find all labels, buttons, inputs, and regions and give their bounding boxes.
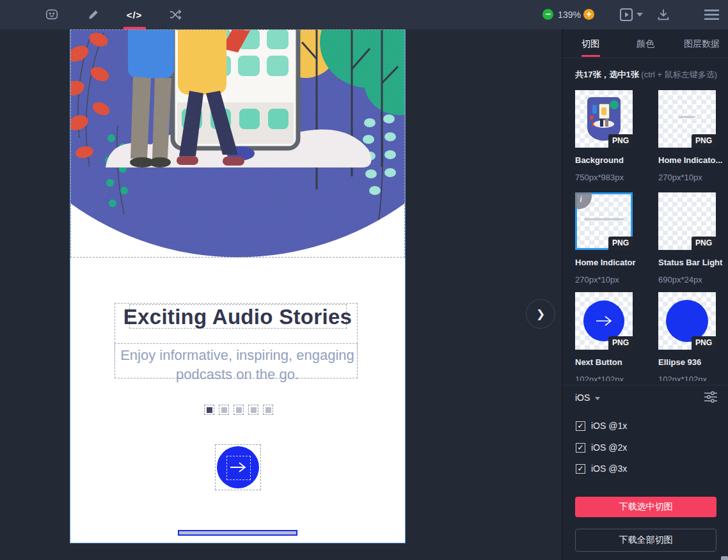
active-tab-indicator: [582, 55, 600, 57]
artboard[interactable]: Exciting Audio Stories Enjoy informative…: [70, 29, 406, 543]
download-icon[interactable]: [655, 6, 672, 23]
slice-size: 270px*10px: [658, 173, 720, 182]
slice-name: Home Indicator: [575, 258, 637, 267]
export-settings-icon[interactable]: [704, 391, 717, 405]
slice-name: Next Button: [575, 357, 637, 367]
zoom-in-button[interactable]: +: [583, 9, 594, 20]
png-badge: PNG: [692, 237, 716, 250]
download-all-button[interactable]: 下载全部切图: [575, 529, 716, 552]
slice-card-next-button[interactable]: PNG Next Button 102px*102px: [575, 292, 637, 381]
divider: [562, 58, 728, 58]
slice-thumbnail[interactable]: PNG: [575, 292, 633, 350]
page-dot[interactable]: [219, 405, 229, 415]
png-badge: PNG: [608, 134, 633, 148]
background-slice-bounds: [70, 29, 405, 258]
slice-size: 690px*24px: [658, 275, 720, 284]
png-badge: PNG: [608, 237, 633, 250]
slice-size: 102px*102px: [658, 375, 720, 381]
tab-slices[interactable]: 切图: [582, 38, 599, 50]
home-indicator[interactable]: [178, 530, 297, 536]
slice-size: 270px*10px: [575, 275, 637, 284]
preview-play-icon[interactable]: [618, 6, 635, 23]
slice-name: Home Indicato...: [658, 155, 720, 165]
design-tool-window: </> − 139% +: [0, 0, 728, 560]
slice-thumbnail[interactable]: PNG: [575, 90, 633, 148]
slice-size: 750px*983px: [575, 173, 637, 182]
slice-card-background[interactable]: PNG Background 750px*983px: [575, 90, 637, 182]
platform-value: iOS: [575, 393, 590, 403]
slice-size: 102px*102px: [575, 375, 637, 381]
canvas: Exciting Audio Stories Enjoy informative…: [0, 29, 562, 560]
png-badge: PNG: [692, 134, 716, 148]
pencil-icon[interactable]: [85, 6, 102, 23]
slice-list: PNG Background 750px*983px PNG Home Indi…: [562, 86, 728, 381]
slice-thumbnail[interactable]: PNG: [658, 192, 716, 250]
tab-layer-data[interactable]: 图层数据: [684, 38, 720, 50]
slice-name: Background: [575, 155, 637, 165]
active-tool-indicator: [123, 27, 146, 29]
slice-card-home-indicator-2[interactable]: PNG Home Indicato... 270px*10px: [658, 90, 720, 182]
next-screen-button[interactable]: ❯: [526, 299, 555, 329]
page-dot[interactable]: [204, 405, 214, 415]
zoom-level: 139%: [556, 10, 583, 20]
checkbox-checked[interactable]: ✓: [576, 464, 585, 474]
hero-subtitle[interactable]: Enjoy informative, inspiring, engaging p…: [116, 346, 359, 384]
slice-count: 共17张，选中1张: [575, 70, 639, 79]
chevron-down-icon: [595, 397, 600, 400]
slice-summary: 共17张，选中1张 (ctrl + 鼠标左键多选): [575, 69, 717, 81]
slice-card-status-bar[interactable]: PNG Status Bar Light 690px*24px: [658, 192, 720, 284]
code-icon[interactable]: </>: [126, 6, 143, 23]
platform-select[interactable]: iOS: [575, 393, 595, 403]
divider: [562, 385, 728, 385]
menu-icon[interactable]: [703, 6, 720, 23]
page-indicator[interactable]: [204, 405, 273, 415]
scrollbar-handle[interactable]: [721, 556, 728, 560]
checkbox-checked[interactable]: ✓: [576, 443, 585, 453]
page-dot[interactable]: [263, 405, 273, 415]
slice-name: Status Bar Light: [658, 258, 720, 267]
multi-select-hint: (ctrl + 鼠标左键多选): [639, 70, 717, 79]
scale-option-1x[interactable]: ✓ iOS @1x: [576, 421, 627, 431]
comment-icon[interactable]: [44, 6, 60, 23]
slice-thumbnail[interactable]: PNG: [658, 90, 716, 148]
next-button-bounds: [215, 444, 261, 490]
download-selected-button[interactable]: 下载选中切图: [575, 497, 716, 517]
hero-title[interactable]: Exciting Audio Stories: [70, 305, 405, 329]
zoom-out-button[interactable]: −: [542, 9, 553, 20]
toolbar: </> − 139% +: [0, 0, 728, 29]
png-badge: PNG: [692, 336, 716, 350]
slice-card-ellipse-936[interactable]: PNG Ellipse 936 102px*102px: [658, 292, 720, 381]
checkbox-checked[interactable]: ✓: [576, 421, 585, 431]
tab-colors[interactable]: 颜色: [637, 38, 654, 50]
export-panel: 切图 颜色 图层数据 共17张，选中1张 (ctrl + 鼠标左键多选): [562, 29, 728, 560]
slice-thumbnail-selected[interactable]: i PNG: [575, 192, 633, 250]
info-icon[interactable]: i: [575, 192, 592, 209]
code-glyph: </>: [127, 10, 143, 20]
slice-card-home-indicator[interactable]: i PNG Home Indicator 270px*10px: [575, 192, 637, 284]
preview-caret-icon[interactable]: [637, 13, 643, 17]
scale-option-2x[interactable]: ✓ iOS @2x: [576, 442, 627, 453]
page-dot[interactable]: [233, 405, 244, 415]
png-badge: PNG: [608, 336, 633, 350]
slice-name: Ellipse 936: [658, 357, 720, 367]
arrow-right-icon: [595, 316, 613, 326]
arrow-bounds: [226, 456, 251, 480]
page-dot[interactable]: [248, 405, 258, 415]
scale-option-3x[interactable]: ✓ iOS @3x: [576, 463, 627, 474]
slice-thumbnail[interactable]: PNG: [658, 292, 716, 350]
shuffle-icon[interactable]: [167, 6, 184, 23]
